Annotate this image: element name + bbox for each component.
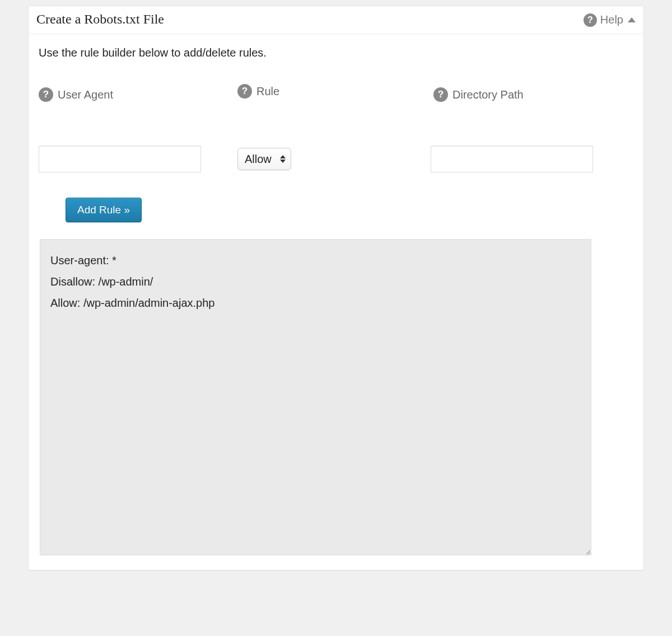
user-agent-col (39, 146, 237, 172)
rule-select[interactable]: Allow (237, 148, 291, 170)
panel-header: Create a Robots.txt File ? Help (29, 6, 643, 34)
user-agent-input[interactable] (39, 146, 201, 172)
user-agent-label-group: ? User Agent (39, 87, 237, 102)
help-toggle[interactable]: ? Help (584, 13, 636, 27)
help-icon[interactable]: ? (237, 84, 252, 99)
add-rule-row: Add Rule » (66, 198, 633, 222)
directory-path-label-group: ? Directory Path (433, 87, 633, 102)
user-agent-label: User Agent (58, 88, 113, 101)
help-icon[interactable]: ? (433, 87, 448, 102)
rule-label: Rule (256, 85, 279, 98)
help-icon[interactable]: ? (39, 87, 53, 102)
instruction-text: Use the rule builder below to add/delete… (39, 46, 633, 59)
directory-path-label: Directory Path (452, 88, 524, 101)
rule-col: Allow (237, 148, 431, 170)
page-title: Create a Robots.txt File (36, 12, 636, 27)
field-inputs-row: Allow (39, 146, 633, 172)
field-labels-row: ? User Agent ? Rule ? Directory Path (39, 87, 633, 102)
directory-path-col (431, 146, 633, 172)
help-label: Help (600, 13, 623, 26)
caret-up-icon (628, 17, 636, 22)
rule-label-group: ? Rule (237, 84, 433, 99)
panel-body: Use the rule builder below to add/delete… (29, 34, 643, 570)
directory-path-input[interactable] (431, 146, 593, 172)
robots-output-textarea[interactable] (40, 239, 591, 555)
robots-txt-panel: Create a Robots.txt File ? Help Use the … (28, 6, 644, 570)
rule-selected-value: Allow (245, 153, 272, 166)
help-icon: ? (584, 13, 597, 27)
add-rule-button[interactable]: Add Rule » (66, 198, 142, 222)
